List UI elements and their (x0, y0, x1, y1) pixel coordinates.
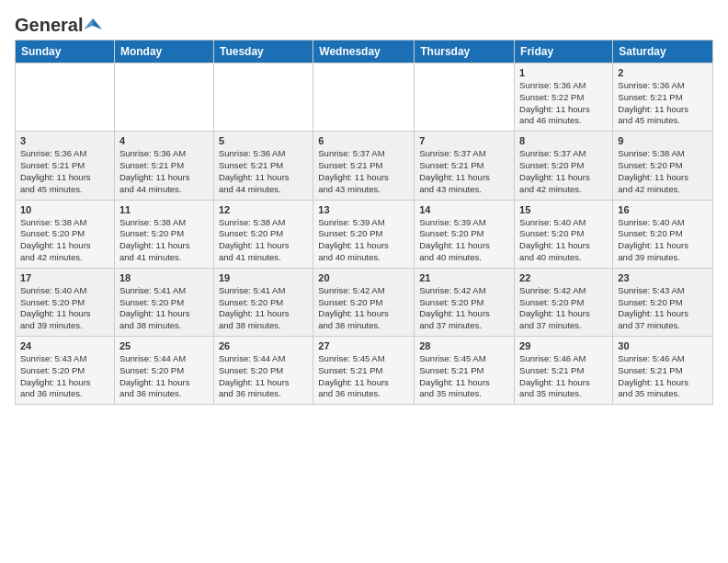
day-info: Sunrise: 5:39 AM Sunset: 5:20 PM Dayligh… (318, 217, 409, 264)
day-info: Sunrise: 5:38 AM Sunset: 5:20 PM Dayligh… (119, 217, 209, 264)
day-number: 21 (419, 272, 509, 283)
day-number: 6 (318, 135, 409, 146)
calendar-cell: 11Sunrise: 5:38 AM Sunset: 5:20 PM Dayli… (114, 200, 213, 268)
day-info: Sunrise: 5:39 AM Sunset: 5:20 PM Dayligh… (419, 217, 509, 264)
day-number: 28 (419, 340, 509, 351)
day-info: Sunrise: 5:36 AM Sunset: 5:21 PM Dayligh… (618, 80, 708, 127)
day-number: 13 (318, 204, 409, 215)
day-number: 7 (419, 135, 509, 146)
calendar-cell: 5Sunrise: 5:36 AM Sunset: 5:21 PM Daylig… (213, 132, 313, 200)
day-number: 2 (618, 67, 708, 78)
calendar-cell: 28Sunrise: 5:45 AM Sunset: 5:21 PM Dayli… (415, 337, 515, 405)
day-info: Sunrise: 5:42 AM Sunset: 5:20 PM Dayligh… (519, 285, 608, 332)
day-number: 3 (20, 135, 109, 146)
day-info: Sunrise: 5:45 AM Sunset: 5:21 PM Dayligh… (419, 353, 509, 400)
day-number: 17 (20, 272, 109, 283)
calendar-cell: 15Sunrise: 5:40 AM Sunset: 5:20 PM Dayli… (515, 200, 613, 268)
calendar-cell: 22Sunrise: 5:42 AM Sunset: 5:20 PM Dayli… (515, 268, 613, 336)
day-of-week-header: Friday (515, 40, 613, 63)
calendar-cell: 18Sunrise: 5:41 AM Sunset: 5:20 PM Dayli… (114, 268, 213, 336)
day-number: 12 (219, 204, 308, 215)
day-info: Sunrise: 5:43 AM Sunset: 5:20 PM Dayligh… (20, 353, 109, 400)
day-info: Sunrise: 5:40 AM Sunset: 5:20 PM Dayligh… (20, 285, 109, 332)
day-info: Sunrise: 5:40 AM Sunset: 5:20 PM Dayligh… (618, 217, 708, 264)
day-number: 24 (20, 340, 109, 351)
svg-marker-0 (93, 18, 102, 29)
calendar-cell (313, 63, 415, 132)
day-number: 18 (119, 272, 209, 283)
calendar-cell: 21Sunrise: 5:42 AM Sunset: 5:20 PM Dayli… (415, 268, 515, 336)
calendar-cell: 30Sunrise: 5:46 AM Sunset: 5:21 PM Dayli… (613, 337, 713, 405)
calendar-cell: 13Sunrise: 5:39 AM Sunset: 5:20 PM Dayli… (313, 200, 415, 268)
calendar-cell: 20Sunrise: 5:42 AM Sunset: 5:20 PM Dayli… (313, 268, 415, 336)
calendar-cell (114, 63, 213, 132)
calendar-cell: 24Sunrise: 5:43 AM Sunset: 5:20 PM Dayli… (16, 337, 115, 405)
day-of-week-header: Monday (114, 40, 213, 63)
calendar-cell: 4Sunrise: 5:36 AM Sunset: 5:21 PM Daylig… (114, 132, 213, 200)
calendar-cell: 23Sunrise: 5:43 AM Sunset: 5:20 PM Dayli… (613, 268, 713, 336)
day-number: 16 (618, 204, 708, 215)
calendar-cell: 29Sunrise: 5:46 AM Sunset: 5:21 PM Dayli… (515, 337, 613, 405)
day-of-week-header: Saturday (613, 40, 713, 63)
day-number: 26 (219, 340, 308, 351)
day-info: Sunrise: 5:42 AM Sunset: 5:20 PM Dayligh… (419, 285, 509, 332)
calendar-cell: 10Sunrise: 5:38 AM Sunset: 5:20 PM Dayli… (16, 200, 115, 268)
day-number: 27 (318, 340, 409, 351)
day-number: 22 (519, 272, 608, 283)
day-number: 29 (519, 340, 608, 351)
day-info: Sunrise: 5:41 AM Sunset: 5:20 PM Dayligh… (119, 285, 209, 332)
calendar-table: SundayMondayTuesdayWednesdayThursdayFrid… (15, 40, 713, 405)
day-number: 8 (519, 135, 608, 146)
calendar-cell: 27Sunrise: 5:45 AM Sunset: 5:21 PM Dayli… (313, 337, 415, 405)
page-header: General (15, 15, 713, 32)
day-number: 14 (419, 204, 509, 215)
day-info: Sunrise: 5:37 AM Sunset: 5:20 PM Dayligh… (519, 148, 608, 195)
day-info: Sunrise: 5:36 AM Sunset: 5:21 PM Dayligh… (20, 148, 109, 195)
day-number: 20 (318, 272, 409, 283)
day-info: Sunrise: 5:38 AM Sunset: 5:20 PM Dayligh… (20, 217, 109, 264)
day-info: Sunrise: 5:38 AM Sunset: 5:20 PM Dayligh… (618, 148, 708, 195)
logo-general: General (15, 15, 83, 36)
day-number: 4 (119, 135, 209, 146)
day-info: Sunrise: 5:40 AM Sunset: 5:20 PM Dayligh… (519, 217, 608, 264)
calendar-cell: 17Sunrise: 5:40 AM Sunset: 5:20 PM Dayli… (16, 268, 115, 336)
logo-bird-icon (84, 17, 102, 35)
svg-marker-1 (84, 18, 93, 29)
day-info: Sunrise: 5:41 AM Sunset: 5:20 PM Dayligh… (219, 285, 308, 332)
calendar-cell (415, 63, 515, 132)
day-of-week-header: Thursday (415, 40, 515, 63)
day-info: Sunrise: 5:44 AM Sunset: 5:20 PM Dayligh… (119, 353, 209, 400)
logo: General (15, 15, 102, 32)
day-number: 9 (618, 135, 708, 146)
day-info: Sunrise: 5:36 AM Sunset: 5:22 PM Dayligh… (519, 80, 608, 127)
day-info: Sunrise: 5:38 AM Sunset: 5:20 PM Dayligh… (219, 217, 308, 264)
day-info: Sunrise: 5:44 AM Sunset: 5:20 PM Dayligh… (219, 353, 308, 400)
day-number: 25 (119, 340, 209, 351)
day-info: Sunrise: 5:46 AM Sunset: 5:21 PM Dayligh… (618, 353, 708, 400)
day-of-week-header: Wednesday (313, 40, 415, 63)
day-info: Sunrise: 5:36 AM Sunset: 5:21 PM Dayligh… (119, 148, 209, 195)
calendar-cell: 26Sunrise: 5:44 AM Sunset: 5:20 PM Dayli… (213, 337, 313, 405)
day-number: 19 (219, 272, 308, 283)
day-number: 11 (119, 204, 209, 215)
day-info: Sunrise: 5:46 AM Sunset: 5:21 PM Dayligh… (519, 353, 608, 400)
calendar-cell: 14Sunrise: 5:39 AM Sunset: 5:20 PM Dayli… (415, 200, 515, 268)
calendar-cell: 9Sunrise: 5:38 AM Sunset: 5:20 PM Daylig… (613, 132, 713, 200)
day-number: 15 (519, 204, 608, 215)
day-info: Sunrise: 5:36 AM Sunset: 5:21 PM Dayligh… (219, 148, 308, 195)
calendar-cell: 25Sunrise: 5:44 AM Sunset: 5:20 PM Dayli… (114, 337, 213, 405)
calendar-cell: 19Sunrise: 5:41 AM Sunset: 5:20 PM Dayli… (213, 268, 313, 336)
day-of-week-header: Sunday (16, 40, 115, 63)
day-of-week-header: Tuesday (213, 40, 313, 63)
calendar-cell: 2Sunrise: 5:36 AM Sunset: 5:21 PM Daylig… (613, 63, 713, 132)
calendar-cell: 8Sunrise: 5:37 AM Sunset: 5:20 PM Daylig… (515, 132, 613, 200)
calendar-cell (213, 63, 313, 132)
calendar-cell: 1Sunrise: 5:36 AM Sunset: 5:22 PM Daylig… (515, 63, 613, 132)
day-info: Sunrise: 5:43 AM Sunset: 5:20 PM Dayligh… (618, 285, 708, 332)
day-info: Sunrise: 5:37 AM Sunset: 5:21 PM Dayligh… (318, 148, 409, 195)
day-number: 10 (20, 204, 109, 215)
calendar-cell: 16Sunrise: 5:40 AM Sunset: 5:20 PM Dayli… (613, 200, 713, 268)
day-info: Sunrise: 5:42 AM Sunset: 5:20 PM Dayligh… (318, 285, 409, 332)
calendar-cell (16, 63, 115, 132)
day-info: Sunrise: 5:45 AM Sunset: 5:21 PM Dayligh… (318, 353, 409, 400)
